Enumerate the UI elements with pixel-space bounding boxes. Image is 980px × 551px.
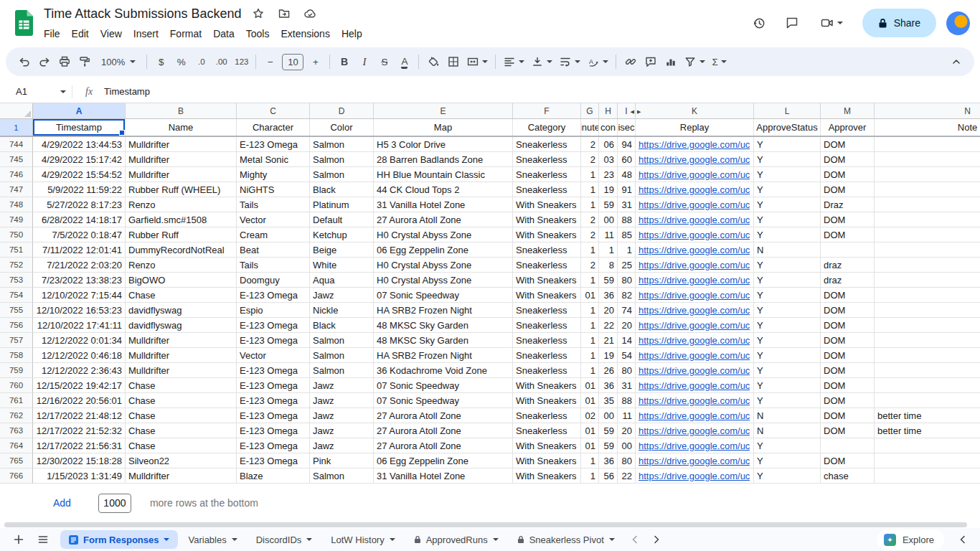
cell-N763[interactable]: better time bbox=[875, 423, 980, 438]
decrease-decimal-icon[interactable]: .0 bbox=[192, 52, 211, 72]
decrease-font-size-icon[interactable]: − bbox=[260, 52, 280, 72]
cell-C746[interactable]: Mighty bbox=[237, 167, 310, 182]
row-number-749[interactable]: 749 bbox=[0, 212, 33, 227]
cell-E763[interactable]: 27 Aurora Atoll Zone bbox=[374, 423, 513, 438]
cell-E757[interactable]: 48 MKSC Sky Garden bbox=[374, 333, 513, 348]
cell-E746[interactable]: HH Blue Mountain Classic bbox=[374, 167, 513, 182]
cell-G750[interactable]: 2 bbox=[581, 227, 599, 242]
replay-link[interactable]: https://drive.google.com/uc bbox=[639, 320, 750, 331]
cell-D749[interactable]: Default bbox=[310, 212, 374, 227]
cell-C755[interactable]: Espio bbox=[237, 303, 310, 318]
cell-H763[interactable]: 59 bbox=[599, 423, 618, 438]
tab-lotw-history[interactable]: LotW History bbox=[322, 530, 403, 549]
cell-C745[interactable]: Metal Sonic bbox=[237, 152, 310, 167]
cell-I757[interactable]: 14 bbox=[618, 333, 636, 348]
replay-link[interactable]: https://drive.google.com/uc bbox=[639, 215, 750, 225]
row-number-765[interactable]: 765 bbox=[0, 453, 33, 468]
cell-D752[interactable]: White bbox=[310, 258, 374, 273]
cell-E749[interactable]: 27 Aurora Atoll Zone bbox=[374, 212, 513, 227]
column-header-F[interactable]: F bbox=[513, 103, 581, 118]
explore-button[interactable]: Explore bbox=[877, 529, 944, 550]
replay-link[interactable]: https://drive.google.com/uc bbox=[639, 199, 750, 210]
replay-link[interactable]: https://drive.google.com/uc bbox=[639, 380, 750, 391]
cell-C757[interactable]: E-123 Omega bbox=[237, 333, 310, 348]
menu-extensions[interactable]: Extensions bbox=[275, 27, 335, 41]
format-percent-icon[interactable]: % bbox=[171, 52, 191, 72]
cell-A752[interactable]: 7/21/2022 2:03:20 bbox=[33, 258, 126, 273]
cell-C760[interactable]: E-123 Omega bbox=[237, 378, 310, 393]
cell-B763[interactable]: Chase bbox=[126, 423, 237, 438]
cell-M749[interactable]: DOM bbox=[821, 212, 875, 227]
replay-link[interactable]: https://drive.google.com/uc bbox=[639, 365, 750, 376]
cell-N748[interactable] bbox=[875, 197, 980, 212]
cell-B747[interactable]: Rubber Ruff (WHEEL) bbox=[126, 182, 237, 197]
cell-G753[interactable]: 1 bbox=[581, 273, 599, 288]
cell-K764[interactable]: https://drive.google.com/uc bbox=[636, 438, 754, 453]
cell-N1[interactable]: Note bbox=[875, 119, 980, 136]
cell-B764[interactable]: Chase bbox=[126, 438, 237, 453]
cell-G748[interactable]: 1 bbox=[581, 197, 599, 212]
cell-G765[interactable]: 1 bbox=[581, 453, 599, 468]
cell-D753[interactable]: Aqua bbox=[310, 273, 374, 288]
cell-M758[interactable]: DOM bbox=[821, 348, 875, 363]
cell-L760[interactable]: Y bbox=[754, 378, 821, 393]
paint-format-icon[interactable] bbox=[75, 52, 94, 72]
text-wrap-icon[interactable] bbox=[556, 52, 583, 72]
cell-D748[interactable]: Platinum bbox=[310, 197, 374, 212]
add-rows-count-input[interactable] bbox=[98, 494, 131, 513]
replay-link[interactable]: https://drive.google.com/uc bbox=[639, 471, 750, 481]
cell-M762[interactable]: DOM bbox=[821, 408, 875, 423]
cell-E765[interactable]: 06 Egg Zeppelin Zone bbox=[374, 453, 513, 468]
cell-I745[interactable]: 60 bbox=[618, 152, 636, 167]
cell-B749[interactable]: Garfield.smc#1508 bbox=[126, 212, 237, 227]
version-history-icon[interactable] bbox=[745, 9, 773, 37]
cell-L764[interactable]: Y bbox=[754, 438, 821, 453]
cell-K751[interactable]: https://drive.google.com/uc bbox=[636, 242, 754, 258]
tab-variables[interactable]: Variables bbox=[179, 530, 245, 549]
cell-D758[interactable]: Salmon bbox=[310, 348, 374, 363]
cell-B762[interactable]: Chase bbox=[126, 408, 237, 423]
cell-M754[interactable]: DOM bbox=[821, 288, 875, 303]
cell-K750[interactable]: https://drive.google.com/uc bbox=[636, 227, 754, 242]
cell-E766[interactable]: 31 Vanilla Hotel Zone bbox=[374, 468, 513, 484]
cell-B757[interactable]: Mulldrifter bbox=[126, 333, 237, 348]
cell-K747[interactable]: https://drive.google.com/uc bbox=[636, 182, 754, 197]
menu-format[interactable]: Format bbox=[164, 27, 207, 41]
cell-M760[interactable]: DOM bbox=[821, 378, 875, 393]
cell-E756[interactable]: 48 MKSC Sky Garden bbox=[374, 318, 513, 333]
cell-M752[interactable]: draz bbox=[821, 258, 875, 273]
column-header-G[interactable]: G bbox=[581, 103, 599, 118]
cell-A751[interactable]: 7/11/2022 12:01:41 bbox=[33, 242, 126, 258]
cell-H766[interactable]: 56 bbox=[599, 468, 618, 484]
cell-H760[interactable]: 36 bbox=[599, 378, 618, 393]
cell-H765[interactable]: 36 bbox=[599, 453, 618, 468]
cell-N753[interactable] bbox=[875, 273, 980, 288]
increase-decimal-icon[interactable]: .00 bbox=[212, 52, 231, 72]
cell-N750[interactable] bbox=[875, 227, 980, 242]
cell-C1[interactable]: Character bbox=[237, 119, 310, 136]
cell-D766[interactable]: Salmon bbox=[310, 468, 374, 484]
row-number-762[interactable]: 762 bbox=[0, 408, 33, 423]
cell-H748[interactable]: 59 bbox=[599, 197, 618, 212]
cell-I750[interactable]: 85 bbox=[618, 227, 636, 242]
cell-G755[interactable]: 1 bbox=[581, 303, 599, 318]
cell-A766[interactable]: 1/15/2023 1:31:49 bbox=[33, 468, 126, 484]
bold-icon[interactable]: B bbox=[334, 52, 354, 72]
cell-L754[interactable]: Y bbox=[754, 288, 821, 303]
cell-L750[interactable]: Y bbox=[754, 227, 821, 242]
font-size-input[interactable]: 10 bbox=[282, 54, 303, 70]
cell-F761[interactable]: With Sneakers bbox=[513, 393, 581, 408]
row-number-766[interactable]: 766 bbox=[0, 468, 33, 484]
row-number-747[interactable]: 747 bbox=[0, 182, 33, 197]
cell-I763[interactable]: 20 bbox=[618, 423, 636, 438]
row-number-748[interactable]: 748 bbox=[0, 197, 33, 212]
cell-K746[interactable]: https://drive.google.com/uc bbox=[636, 167, 754, 182]
cell-A757[interactable]: 12/12/2022 0:01:34 bbox=[33, 333, 126, 348]
tab-sneakerless-pivot[interactable]: Sneakerless Pivot bbox=[509, 530, 623, 549]
cell-D744[interactable]: Salmon bbox=[310, 137, 374, 152]
replay-link[interactable]: https://drive.google.com/uc bbox=[639, 260, 750, 270]
scrollbar-handle[interactable] bbox=[4, 522, 967, 527]
cell-N751[interactable] bbox=[875, 242, 980, 258]
cell-F751[interactable]: Sneakerless bbox=[513, 242, 581, 258]
cell-N760[interactable] bbox=[875, 378, 980, 393]
